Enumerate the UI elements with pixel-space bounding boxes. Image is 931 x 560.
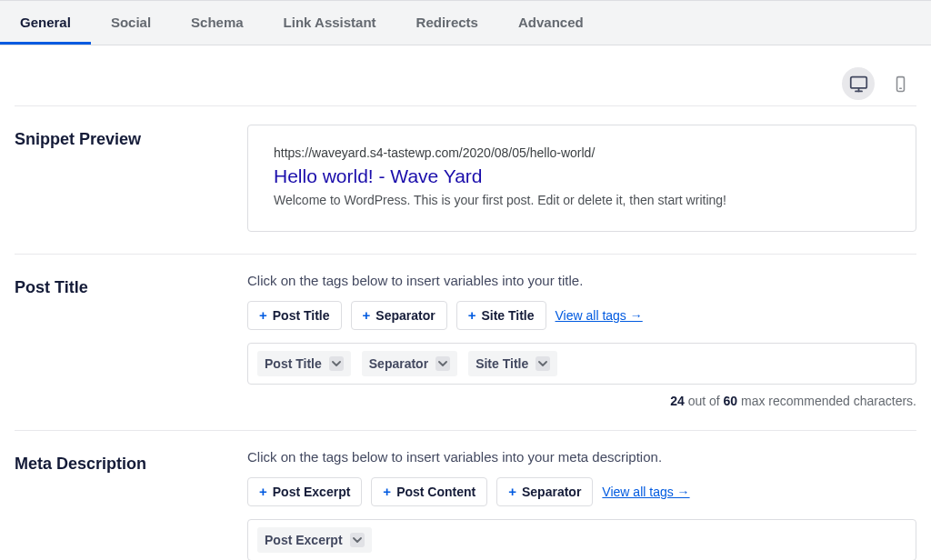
chevron-down-icon[interactable] xyxy=(329,356,344,371)
chevron-down-icon[interactable] xyxy=(350,533,365,547)
tag-button-label: Site Title xyxy=(481,308,534,324)
view-all-tags-link-2[interactable]: View all tags → xyxy=(602,485,689,499)
section-meta-description: Meta Description Click on the tags below… xyxy=(15,430,916,560)
char-counter-current: 24 xyxy=(670,394,685,408)
chip-label: Post Excerpt xyxy=(265,533,343,547)
snippet-preview-card: https://waveyard.s4-tastewp.com/2020/08/… xyxy=(247,125,916,232)
tag-button-post-title[interactable]: +Post Title xyxy=(247,301,342,330)
tab-schema[interactable]: Schema xyxy=(171,1,264,45)
tag-button-label: Post Content xyxy=(396,485,476,500)
tag-button-label: Separator xyxy=(375,308,435,324)
chevron-down-icon[interactable] xyxy=(435,356,450,371)
section-label-post-title: Post Title xyxy=(15,273,247,408)
plus-icon: + xyxy=(383,484,391,500)
tab-social[interactable]: Social xyxy=(91,1,171,45)
snippet-description: Welcome to WordPress. This is your first… xyxy=(274,191,890,209)
tabs: General Social Schema Link Assistant Red… xyxy=(0,0,931,45)
mobile-preview-button[interactable] xyxy=(884,67,916,100)
tag-button-separator[interactable]: +Separator xyxy=(351,301,447,330)
tag-button-site-title[interactable]: +Site Title xyxy=(456,301,546,330)
desktop-icon xyxy=(849,75,868,94)
char-counter-max: 60 xyxy=(724,394,738,408)
section-label-meta-description: Meta Description xyxy=(15,449,247,560)
plus-icon: + xyxy=(259,307,267,324)
snippet-title: Hello world! - Wave Yard xyxy=(274,165,890,187)
post-title-input[interactable]: Post Title Separator Site Title xyxy=(247,343,916,385)
tag-button-post-content[interactable]: +Post Content xyxy=(371,477,487,506)
tab-redirects[interactable]: Redirects xyxy=(396,1,498,45)
plus-icon: + xyxy=(259,484,267,500)
desktop-preview-button[interactable] xyxy=(842,67,875,100)
chip-label: Site Title xyxy=(476,356,528,371)
mobile-icon xyxy=(892,75,909,94)
meta-description-hint: Click on the tags below to insert variab… xyxy=(247,449,916,465)
plus-icon: + xyxy=(468,307,476,324)
view-all-tags-link[interactable]: View all tags → xyxy=(556,308,643,323)
chip-site-title[interactable]: Site Title xyxy=(468,351,557,376)
post-title-hint: Click on the tags below to insert variab… xyxy=(247,273,916,288)
char-counter-mid: out of xyxy=(685,394,724,408)
meta-description-input[interactable]: Post Excerpt xyxy=(247,519,916,560)
tab-advanced[interactable]: Advanced xyxy=(498,1,604,45)
section-label-snippet: Snippet Preview xyxy=(15,125,247,232)
chip-separator[interactable]: Separator xyxy=(362,351,457,376)
tag-button-label: Post Title xyxy=(273,308,330,324)
plus-icon: + xyxy=(508,484,516,500)
preview-device-switcher xyxy=(15,67,916,105)
char-counter: 24 out of 60 max recommended characters. xyxy=(247,394,916,408)
tag-button-label: Post Excerpt xyxy=(273,485,351,500)
chevron-down-icon[interactable] xyxy=(536,356,550,371)
tag-button-post-excerpt[interactable]: +Post Excerpt xyxy=(247,477,362,506)
char-counter-suffix: max recommended characters. xyxy=(737,394,916,408)
tag-button-label: Separator xyxy=(522,485,581,500)
tab-general[interactable]: General xyxy=(0,1,91,45)
chip-label: Post Title xyxy=(265,356,322,371)
section-post-title: Post Title Click on the tags below to in… xyxy=(15,254,916,430)
plus-icon: + xyxy=(363,307,371,324)
tag-button-separator-2[interactable]: +Separator xyxy=(496,477,593,506)
post-title-tag-row: +Post Title +Separator +Site Title View … xyxy=(247,301,916,330)
section-snippet-preview: Snippet Preview https://waveyard.s4-tast… xyxy=(15,105,916,254)
chip-post-title[interactable]: Post Title xyxy=(257,351,351,376)
svg-rect-0 xyxy=(850,76,866,87)
chip-label: Separator xyxy=(369,356,428,371)
tab-link-assistant[interactable]: Link Assistant xyxy=(264,1,396,45)
snippet-url: https://waveyard.s4-tastewp.com/2020/08/… xyxy=(274,145,890,160)
chip-post-excerpt[interactable]: Post Excerpt xyxy=(257,527,372,553)
meta-description-tag-row: +Post Excerpt +Post Content +Separator V… xyxy=(247,477,916,506)
